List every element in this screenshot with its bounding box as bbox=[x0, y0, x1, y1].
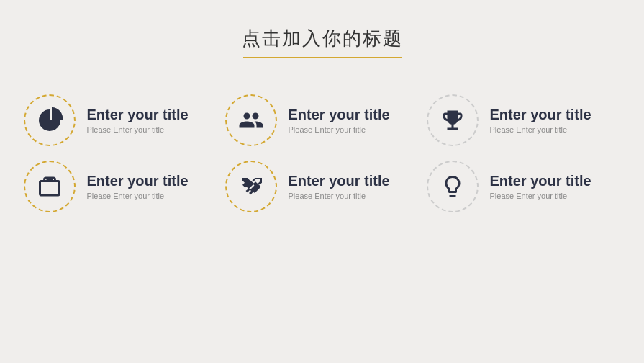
text-section-2: Enter your title Please Enter your title bbox=[289, 107, 390, 134]
lightbulb-icon bbox=[440, 174, 466, 200]
text-section-6: Enter your title Please Enter your title bbox=[490, 173, 591, 200]
text-section-4: Enter your title Please Enter your title bbox=[87, 173, 189, 200]
title-underline bbox=[243, 57, 402, 58]
icon-circle-5 bbox=[225, 161, 277, 212]
item-title-3: Enter your title bbox=[490, 107, 591, 123]
grid-item-2: Enter your title Please Enter your title bbox=[225, 94, 419, 146]
item-title-4: Enter your title bbox=[87, 173, 189, 189]
icon-circle-4 bbox=[24, 161, 76, 212]
icon-grid: Enter your title Please Enter your title… bbox=[9, 94, 635, 212]
icon-circle-3 bbox=[427, 94, 479, 146]
item-title-6: Enter your title bbox=[490, 173, 591, 189]
grid-item-3: Enter your title Please Enter your title bbox=[427, 94, 621, 146]
item-subtitle-3: Please Enter your title bbox=[490, 125, 591, 134]
icon-circle-2 bbox=[225, 94, 277, 146]
grid-item-4: Enter your title Please Enter your title bbox=[24, 161, 218, 212]
item-subtitle-4: Please Enter your title bbox=[87, 192, 189, 200]
item-subtitle-6: Please Enter your title bbox=[490, 192, 591, 200]
grid-item-6: Enter your title Please Enter your title bbox=[427, 161, 621, 212]
item-subtitle-2: Please Enter your title bbox=[289, 125, 390, 134]
page-title: 点击加入你的标题 bbox=[242, 26, 403, 51]
handshake-icon bbox=[238, 174, 264, 200]
grid-item-5: Enter your title Please Enter your title bbox=[225, 161, 419, 212]
text-section-3: Enter your title Please Enter your title bbox=[490, 107, 591, 134]
header-section: 点击加入你的标题 bbox=[242, 26, 403, 58]
text-section-5: Enter your title Please Enter your title bbox=[289, 173, 390, 200]
item-subtitle-1: Please Enter your title bbox=[87, 125, 189, 134]
icon-circle-1 bbox=[24, 94, 76, 146]
pie-chart-icon bbox=[37, 107, 63, 133]
text-section-1: Enter your title Please Enter your title bbox=[87, 107, 189, 134]
item-title-5: Enter your title bbox=[289, 173, 390, 189]
briefcase-icon bbox=[37, 174, 63, 200]
trophy-icon bbox=[440, 107, 466, 133]
grid-item-1: Enter your title Please Enter your title bbox=[24, 94, 218, 146]
item-title-2: Enter your title bbox=[289, 107, 390, 123]
item-subtitle-5: Please Enter your title bbox=[289, 192, 390, 200]
team-icon bbox=[238, 107, 264, 133]
item-title-1: Enter your title bbox=[87, 107, 189, 123]
icon-circle-6 bbox=[427, 161, 479, 212]
